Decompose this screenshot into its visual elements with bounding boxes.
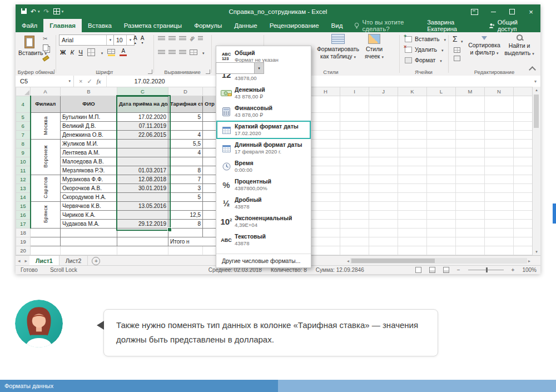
tab-Формулы[interactable]: Формулы bbox=[188, 19, 228, 32]
format-option-fraction[interactable]: ½Дробный43878 bbox=[216, 194, 311, 212]
cell-A20[interactable] bbox=[31, 246, 61, 255]
cell-D6[interactable] bbox=[168, 122, 203, 131]
col-header-K[interactable]: K bbox=[398, 87, 427, 96]
cell-B4[interactable]: ФИО bbox=[61, 96, 117, 113]
cell-H18[interactable] bbox=[311, 229, 340, 237]
cell-D16[interactable]: 12,5 bbox=[168, 211, 203, 220]
sheet-nav-left-icon[interactable]: ◂ bbox=[16, 256, 23, 266]
confirm-entry-icon[interactable]: ✓ bbox=[87, 78, 92, 85]
font-size-combobox[interactable]: 10▾ bbox=[113, 34, 135, 46]
cell-M9[interactable] bbox=[456, 148, 485, 157]
cell-N13[interactable] bbox=[485, 184, 514, 193]
format-option-long-date[interactable]: Длинный формат даты17 февраля 2020 г. bbox=[216, 139, 311, 157]
cell-C18[interactable] bbox=[117, 229, 168, 237]
cell-D10[interactable] bbox=[168, 157, 203, 166]
row-header-10[interactable]: 10 bbox=[16, 157, 31, 166]
cell-M13[interactable] bbox=[456, 184, 485, 193]
table-button[interactable] bbox=[53, 8, 60, 16]
format-option-text[interactable]: ABCТекстовый43878 bbox=[216, 231, 311, 249]
cell-I11[interactable] bbox=[340, 166, 369, 175]
cell-B9[interactable]: Лентяева А.М. bbox=[61, 148, 117, 157]
cell-K19[interactable] bbox=[398, 237, 427, 246]
col-header-N[interactable]: N bbox=[485, 87, 514, 96]
autosum-button[interactable]: Σ bbox=[453, 34, 458, 43]
cell-D5[interactable]: 5 bbox=[168, 113, 203, 122]
decrease-font-button[interactable]: А▾ bbox=[141, 36, 145, 44]
row-header-16[interactable]: 16 bbox=[16, 211, 31, 220]
increase-font-button[interactable]: А▴ bbox=[133, 36, 137, 44]
cell-I8[interactable] bbox=[340, 140, 369, 148]
cell-C12[interactable]: 12.08.2018 bbox=[117, 175, 168, 184]
bold-button[interactable]: Ж bbox=[60, 49, 66, 56]
row-header-5[interactable]: 5 bbox=[16, 113, 31, 122]
cell-L6[interactable] bbox=[427, 122, 456, 131]
cell-J6[interactable] bbox=[369, 122, 398, 131]
cell-L10[interactable] bbox=[427, 157, 456, 166]
cell-H17[interactable] bbox=[311, 220, 340, 229]
restore-button[interactable] bbox=[503, 4, 522, 19]
tab-Вставка[interactable]: Вставка bbox=[82, 19, 118, 32]
cell-A12[interactable]: Саратов bbox=[31, 175, 61, 202]
cell-B20[interactable] bbox=[61, 246, 117, 255]
cell-H15[interactable] bbox=[311, 202, 340, 211]
cell-L9[interactable] bbox=[427, 148, 456, 157]
cell-K4[interactable] bbox=[398, 96, 427, 113]
cell-B5[interactable]: Бутылкин М.П. bbox=[61, 113, 117, 122]
tab-Главная[interactable]: Главная bbox=[43, 19, 82, 32]
borders-icon[interactable] bbox=[87, 48, 95, 56]
col-header-L[interactable]: L bbox=[427, 87, 456, 96]
cell-A18[interactable] bbox=[31, 229, 61, 237]
cell-D8[interactable]: 5,5 bbox=[168, 140, 203, 148]
chevron-down-icon[interactable]: ▾ bbox=[254, 63, 264, 73]
chevron-down-icon[interactable]: ▾ bbox=[126, 35, 134, 45]
row-header-6[interactable]: 6 bbox=[16, 122, 31, 131]
cell-M7[interactable] bbox=[456, 131, 485, 140]
col-header-B[interactable]: B bbox=[61, 87, 117, 96]
cell-N14[interactable] bbox=[485, 193, 514, 202]
cell-H11[interactable] bbox=[311, 166, 340, 175]
zoom-slider-thumb[interactable] bbox=[486, 267, 488, 272]
cell-K20[interactable] bbox=[398, 246, 427, 255]
cell-D18[interactable] bbox=[168, 229, 203, 237]
number-format-combobox[interactable]: ▾ bbox=[216, 62, 264, 74]
cell-M11[interactable] bbox=[456, 166, 485, 175]
zoom-in-button[interactable]: + bbox=[512, 267, 515, 273]
fill-icon[interactable] bbox=[454, 47, 460, 53]
scroll-right-icon[interactable]: ▸ bbox=[528, 259, 530, 264]
cell-M12[interactable] bbox=[456, 175, 485, 184]
hscroll-track[interactable] bbox=[350, 258, 527, 264]
page-break-view-button[interactable] bbox=[443, 267, 449, 273]
cell-C8[interactable] bbox=[117, 140, 168, 148]
cell-D11[interactable]: 8 bbox=[168, 166, 203, 175]
cell-N10[interactable] bbox=[485, 157, 514, 166]
chevron-down-icon[interactable]: ▾ bbox=[106, 35, 114, 45]
cell-I14[interactable] bbox=[340, 193, 369, 202]
tab-Рецензирование[interactable]: Рецензирование bbox=[264, 19, 325, 32]
hscroll-thumb[interactable] bbox=[351, 259, 435, 263]
cell-L19[interactable] bbox=[427, 237, 456, 246]
cell-N16[interactable] bbox=[485, 211, 514, 220]
cell-K18[interactable] bbox=[398, 229, 427, 237]
cell-L4[interactable] bbox=[427, 96, 456, 113]
normal-view-button[interactable] bbox=[415, 267, 421, 273]
cell-I9[interactable] bbox=[340, 148, 369, 157]
cell-B8[interactable]: Жуликов М.И. bbox=[61, 140, 117, 148]
select-all-corner[interactable] bbox=[16, 87, 31, 96]
cell-C6[interactable]: 07.11.2019 bbox=[117, 122, 168, 131]
cell-M14[interactable] bbox=[456, 193, 485, 202]
cell-D13[interactable]: 3 bbox=[168, 184, 203, 193]
zoom-slider[interactable] bbox=[468, 270, 504, 270]
cell-K6[interactable] bbox=[398, 122, 427, 131]
cell-H9[interactable] bbox=[311, 148, 340, 157]
cell-L20[interactable] bbox=[427, 246, 456, 255]
col-header-D[interactable]: D bbox=[168, 87, 203, 96]
align-center-icon[interactable] bbox=[168, 50, 176, 55]
cell-A19[interactable] bbox=[31, 237, 61, 246]
cell-A15[interactable]: Брянск bbox=[31, 202, 61, 229]
cell-H14[interactable] bbox=[311, 193, 340, 202]
font-color-button[interactable]: А bbox=[120, 48, 127, 56]
cell-K5[interactable] bbox=[398, 113, 427, 122]
cell-K16[interactable] bbox=[398, 211, 427, 220]
cell-J14[interactable] bbox=[369, 193, 398, 202]
paste-button[interactable]: Вставить bbox=[18, 34, 41, 68]
